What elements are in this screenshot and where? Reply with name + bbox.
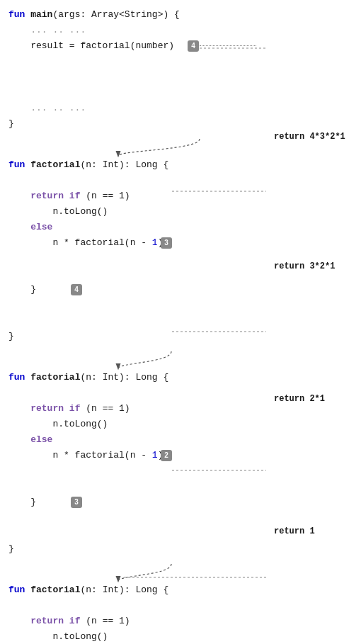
page-container: fun main(args: Array<String>) { ... .. .… [0,0,361,644]
f2-line-toLong: n.toLong() [8,629,263,644]
f3-line-toLong: n.toLong() [8,417,263,432]
section-factorial-4: fun factorial(n: Int): Long { return if … [8,157,263,344]
arrow-f4-to-f3 [8,349,263,370]
badge-3-f4: 3 [161,237,172,249]
f2-line-1: fun factorial(n: Int): Long { [8,582,263,598]
annotation-f4: return 4*3*2*1 [274,131,361,142]
f3-line-else: else [8,432,263,448]
f3-line-brace: } 3 [8,495,263,541]
line-main-5: } [8,116,263,132]
f4-line-empty [8,173,263,188]
line-main-4: ... .. ... [8,101,263,116]
arrow-f3-to-f2 [8,561,263,582]
badge-2-f3: 2 [161,450,172,461]
f3-line-1: fun factorial(n: Int): Long { [8,370,263,385]
right-annotations: return 4*3*2*1 return 3*2*1 return 2*1 r… [270,7,361,644]
f3-line-end: } [8,541,263,557]
f4-line-recurse: n * factorial(n - 1) 3 [8,235,263,282]
f4-line-ret: return if (n == 1) [8,188,263,204]
badge-3-f3: 3 [71,497,82,508]
section-factorial-3: fun factorial(n: Int): Long { return if … [8,370,263,557]
line-main-2: ... .. ... [8,23,263,38]
annotation-f3: return 3*2*1 [274,261,361,271]
badge-4-main: 4 [188,40,199,52]
annotation-f1: return 1 [274,526,361,536]
f3-line-empty [8,385,263,401]
section-main: fun main(args: Array<String>) { ... .. .… [8,7,263,132]
badge-4-f4: 4 [71,284,82,295]
f3-line-recurse: n * factorial(n - 1) 2 [8,448,263,495]
f4-line-1: fun factorial(n: Int): Long { [8,157,263,173]
f2-line-empty [8,598,263,614]
f3-line-ret: return if (n == 1) [8,401,263,417]
f4-line-brace: } 4 [8,282,263,329]
f2-line-ret: return if (n == 1) [8,614,263,629]
code-area: fun main(args: Array<String>) { ... .. .… [0,7,270,644]
annotation-f2: return 2*1 [274,393,361,404]
section-factorial-2: fun factorial(n: Int): Long { return if … [8,582,263,644]
line-main-1: fun main(args: Array<String>) { [8,7,263,23]
f4-line-toLong: n.toLong() [8,204,263,220]
arrow-main-to-f4 [8,136,263,157]
line-main-3: result = factorial(number) 4 [8,38,263,101]
f4-line-else: else [8,220,263,235]
f4-line-end: } [8,329,263,344]
